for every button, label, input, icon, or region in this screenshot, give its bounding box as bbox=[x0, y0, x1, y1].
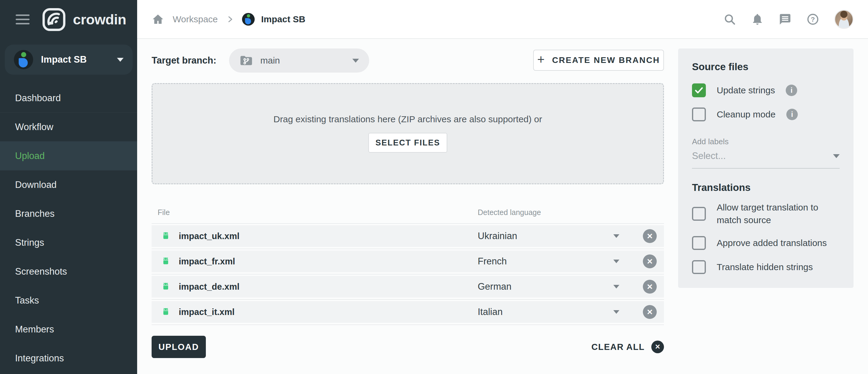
clear-all-x-icon: ✕ bbox=[651, 341, 664, 353]
language-value: Italian bbox=[478, 307, 503, 317]
sidebar-item-screenshots[interactable]: Screenshots bbox=[0, 257, 137, 286]
project-avatar-green-dot bbox=[247, 14, 250, 18]
cleanup-mode-label: Cleanup mode bbox=[717, 108, 775, 121]
labels-select-placeholder: Select... bbox=[692, 150, 726, 161]
notifications-bell-icon[interactable] bbox=[751, 13, 764, 26]
language-select[interactable]: French ✕ bbox=[478, 250, 664, 272]
language-value: German bbox=[478, 281, 512, 292]
update-strings-option: Update strings i bbox=[692, 83, 840, 97]
user-avatar[interactable] bbox=[834, 10, 854, 29]
android-file-icon bbox=[160, 230, 172, 242]
sidebar-item-integrations[interactable]: Integrations bbox=[0, 344, 137, 373]
branch-select[interactable]: main bbox=[229, 48, 369, 73]
info-icon[interactable]: i bbox=[786, 84, 797, 96]
language-value: French bbox=[478, 256, 507, 267]
android-file-icon bbox=[160, 256, 172, 267]
upload-settings-panel: Source files Update strings i Cleanup mo… bbox=[678, 48, 854, 288]
approve-added-option: Approve added translations bbox=[692, 236, 840, 250]
upload-page: Target branch: main + CREATE NEW BRANCH … bbox=[152, 39, 664, 358]
chevron-down-icon bbox=[117, 58, 124, 62]
select-files-button[interactable]: SELECT FILES bbox=[368, 133, 447, 153]
plus-icon: + bbox=[537, 53, 546, 66]
sidebar-item-strings[interactable]: Strings bbox=[0, 228, 137, 257]
table-row: impact_fr.xml French ✕ bbox=[152, 249, 664, 274]
project-selector[interactable]: Impact SB bbox=[5, 44, 133, 75]
language-select[interactable]: Italian ✕ bbox=[478, 301, 664, 323]
sidebar-item-workflow[interactable]: Workflow bbox=[0, 113, 137, 141]
language-select[interactable]: German ✕ bbox=[478, 276, 664, 298]
messages-icon[interactable] bbox=[779, 13, 792, 26]
language-value: Ukrainian bbox=[478, 231, 517, 241]
add-labels-label: Add labels bbox=[692, 137, 840, 146]
chevron-down-icon bbox=[613, 260, 619, 263]
clear-all-button[interactable]: CLEAR ALL ✕ bbox=[591, 341, 664, 353]
sidebar-menu: Dashboard Workflow Upload Download Branc… bbox=[0, 84, 137, 373]
file-cell: impact_uk.xml bbox=[152, 230, 478, 242]
upload-button[interactable]: UPLOAD bbox=[152, 336, 206, 358]
update-strings-checkbox[interactable] bbox=[692, 83, 706, 97]
home-icon[interactable] bbox=[152, 13, 164, 26]
table-row: impact_uk.xml Ukrainian ✕ bbox=[152, 224, 664, 249]
table-footer: UPLOAD CLEAR ALL ✕ bbox=[152, 336, 664, 358]
file-name: impact_uk.xml bbox=[179, 231, 239, 241]
sidebar-item-tasks[interactable]: Tasks bbox=[0, 286, 137, 315]
search-icon[interactable] bbox=[723, 13, 736, 26]
chevron-down-icon bbox=[613, 310, 619, 314]
sidebar: crowdin Impact SB Dashboard Workflow Upl… bbox=[0, 0, 137, 374]
branch-folder-icon bbox=[239, 54, 253, 67]
table-header: File Detected language bbox=[152, 201, 664, 224]
sidebar-header: crowdin bbox=[0, 0, 137, 39]
create-new-branch-label: CREATE NEW BRANCH bbox=[552, 56, 660, 65]
sidebar-item-branches[interactable]: Branches bbox=[0, 199, 137, 228]
svg-text:?: ? bbox=[811, 15, 815, 23]
table-row: impact_de.xml German ✕ bbox=[152, 274, 664, 299]
chevron-down-icon bbox=[352, 59, 359, 63]
approve-added-checkbox[interactable] bbox=[692, 236, 706, 250]
labels-select[interactable]: Select... bbox=[692, 150, 840, 169]
approve-added-label: Approve added translations bbox=[717, 237, 827, 249]
sidebar-item-download[interactable]: Download bbox=[0, 170, 137, 199]
update-strings-label: Update strings bbox=[717, 84, 775, 97]
remove-file-button[interactable]: ✕ bbox=[643, 254, 657, 268]
crowdin-logo[interactable]: crowdin bbox=[41, 7, 126, 32]
remove-file-button[interactable]: ✕ bbox=[643, 305, 657, 319]
project-avatar bbox=[14, 50, 33, 69]
topbar: Workspace Impact SB ? bbox=[137, 0, 868, 39]
menu-icon[interactable] bbox=[16, 14, 30, 24]
uploaded-files-table: File Detected language bbox=[152, 201, 664, 325]
file-name: impact_it.xml bbox=[179, 307, 235, 317]
remove-file-button[interactable]: ✕ bbox=[643, 229, 657, 243]
chevron-down-icon bbox=[833, 154, 840, 158]
file-cell: impact_fr.xml bbox=[152, 256, 478, 267]
breadcrumb-project[interactable]: Impact SB bbox=[261, 14, 306, 24]
translate-hidden-checkbox[interactable] bbox=[692, 260, 706, 274]
crowdin-wordmark: crowdin bbox=[73, 11, 126, 28]
allow-target-match-label: Allow target translation to match source bbox=[717, 201, 840, 227]
cleanup-mode-checkbox[interactable] bbox=[692, 107, 706, 121]
remove-file-button[interactable]: ✕ bbox=[643, 280, 657, 294]
branch-select-value: main bbox=[260, 56, 280, 66]
clear-all-label: CLEAR ALL bbox=[591, 342, 645, 352]
translate-hidden-label: Translate hidden strings bbox=[717, 261, 813, 273]
help-icon[interactable]: ? bbox=[807, 13, 819, 26]
cleanup-mode-option: Cleanup mode i bbox=[692, 107, 840, 121]
dropzone-text: Drag existing translations here (ZIP arc… bbox=[153, 114, 663, 124]
file-cell: impact_de.xml bbox=[152, 281, 478, 293]
table-row: impact_it.xml Italian ✕ bbox=[152, 299, 664, 325]
branch-toolbar: Target branch: main + CREATE NEW BRANCH bbox=[152, 48, 664, 73]
breadcrumb-workspace[interactable]: Workspace bbox=[173, 14, 218, 24]
file-name: impact_fr.xml bbox=[179, 257, 235, 267]
info-icon[interactable]: i bbox=[786, 109, 798, 120]
file-name: impact_de.xml bbox=[179, 282, 239, 292]
sidebar-item-dashboard[interactable]: Dashboard bbox=[0, 84, 137, 113]
sidebar-item-upload[interactable]: Upload bbox=[0, 141, 137, 170]
chevron-right-icon bbox=[226, 15, 234, 24]
allow-target-match-checkbox[interactable] bbox=[692, 207, 706, 221]
sidebar-item-members[interactable]: Members bbox=[0, 315, 137, 344]
file-cell: impact_it.xml bbox=[152, 306, 478, 318]
create-new-branch-button[interactable]: + CREATE NEW BRANCH bbox=[533, 50, 664, 71]
file-dropzone[interactable]: Drag existing translations here (ZIP arc… bbox=[152, 83, 664, 184]
crowdin-logo-icon bbox=[41, 7, 66, 32]
language-select[interactable]: Ukrainian ✕ bbox=[478, 225, 664, 247]
project-avatar-green-dot bbox=[21, 52, 26, 57]
